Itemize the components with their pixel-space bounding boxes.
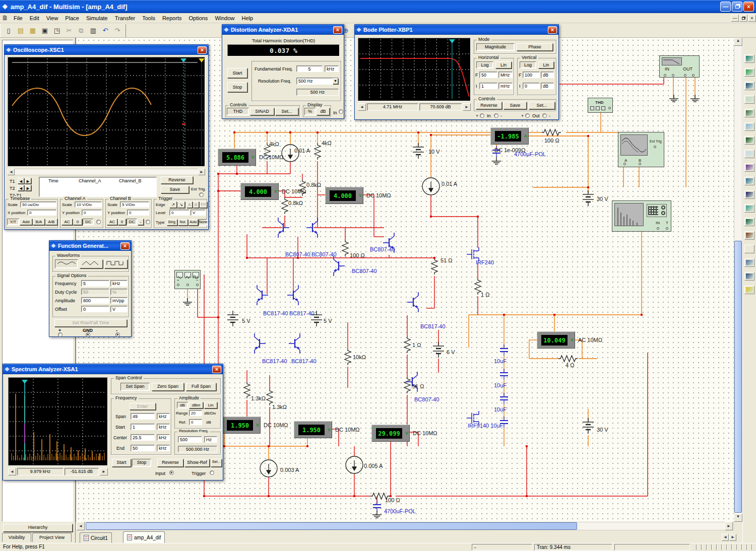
- reverse-button[interactable]: Reverse: [161, 176, 193, 184]
- set-span-button[interactable]: Set Span: [120, 383, 150, 391]
- distortion-analyzer-schematic-icon[interactable]: THD: [588, 98, 613, 113]
- thd-button[interactable]: THD: [227, 108, 249, 115]
- end-field[interactable]: 50: [131, 445, 155, 451]
- cha-radio[interactable]: [96, 220, 101, 224]
- trig-none-button[interactable]: None: [199, 219, 207, 226]
- spec-lin-button[interactable]: Lin: [204, 402, 217, 408]
- menu-simulate[interactable]: Simulate: [83, 14, 111, 22]
- cha-zero-button[interactable]: 0: [73, 219, 82, 225]
- tab-scroll-right[interactable]: ►: [729, 534, 736, 541]
- oscilloscope-tool-icon[interactable]: [744, 95, 754, 104]
- spec-dbm-button[interactable]: dBm: [189, 402, 203, 408]
- trig-a-button[interactable]: A: [186, 201, 193, 208]
- vscroll-thumb[interactable]: [734, 241, 742, 513]
- offset-field[interactable]: 0: [81, 306, 109, 312]
- menu-transfer[interactable]: Transfer: [111, 14, 139, 22]
- sinad-button[interactable]: SINAD: [250, 108, 274, 115]
- menu-window[interactable]: Window: [211, 14, 238, 22]
- oscilloscope-schematic-icon[interactable]: Ext Trig A B: [618, 132, 664, 167]
- menu-file[interactable]: File: [10, 14, 26, 22]
- print-preview-icon[interactable]: ◳: [51, 25, 62, 36]
- function-generator-window[interactable]: ❖ Function Generat... × Waveforms Signal…: [49, 240, 132, 337]
- mdi-restore-button[interactable]: [739, 15, 747, 22]
- chb-scale-field[interactable]: 5 V/Div: [120, 201, 149, 208]
- spec-resolution-field[interactable]: 500: [178, 436, 202, 443]
- rise-fall-button[interactable]: Set Rise/Fall Time: [54, 319, 127, 327]
- network-analyzer-tool-icon[interactable]: [744, 231, 754, 240]
- iv-analyzer-tool-icon[interactable]: [744, 190, 754, 199]
- duty-cycle-field[interactable]: 50: [81, 289, 109, 295]
- trig-level-unit[interactable]: V: [191, 210, 206, 216]
- oscilloscope-titlebar[interactable]: ❖ Oscilloscope-XSC1 ×: [5, 45, 208, 55]
- cha-scale-field[interactable]: 10 V/Div: [75, 201, 102, 208]
- db-button[interactable]: dB: [317, 108, 330, 115]
- tb-ab-button[interactable]: A/B: [45, 219, 57, 225]
- bode-readout-left[interactable]: ◄: [358, 103, 366, 111]
- enter-button[interactable]: Enter: [130, 403, 156, 410]
- cha-dc-button[interactable]: DC: [83, 219, 94, 225]
- document-tab-amp_a4_dif[interactable]: amp_A4_dif: [123, 531, 165, 543]
- menu-edit[interactable]: Edit: [26, 14, 43, 22]
- agilent-oscilloscope-tool-icon[interactable]: [744, 272, 754, 281]
- full-span-button[interactable]: Full Span: [186, 383, 216, 391]
- new-document-icon[interactable]: ▯: [3, 25, 14, 36]
- chb-zero-button[interactable]: 0: [118, 219, 126, 225]
- menu-place[interactable]: Place: [61, 14, 83, 22]
- zero-span-button[interactable]: Zero Span: [152, 383, 184, 391]
- trig-rising-edge-button[interactable]: ↗: [169, 201, 177, 208]
- spectrum-readout-left[interactable]: ◄: [8, 468, 16, 475]
- sine-wave-button[interactable]: [55, 259, 78, 268]
- fg-close-icon[interactable]: ×: [120, 242, 130, 250]
- bode-plotter-tool-icon[interactable]: [744, 122, 754, 131]
- t2-left-button[interactable]: ◄: [18, 185, 24, 191]
- stop-button[interactable]: Stop: [227, 82, 247, 92]
- spectrum-analyzer-schematic-icon[interactable]: IN T: [612, 200, 671, 232]
- save-button[interactable]: Save: [161, 186, 189, 193]
- ref-field[interactable]: 0: [189, 419, 202, 425]
- spectrum-titlebar[interactable]: ❖ Spectrum Analyzer-XSA1 ×: [3, 364, 223, 374]
- osc-scroll-left[interactable]: ◄: [8, 169, 15, 175]
- menu-reports[interactable]: Reports: [159, 14, 185, 22]
- vscroll-up-button[interactable]: ▲: [734, 38, 742, 46]
- spec-stop-button[interactable]: Stop: [132, 459, 151, 467]
- multimeter-tool-icon[interactable]: [744, 54, 754, 63]
- cha-ac-button[interactable]: AC: [61, 219, 73, 225]
- menu-options[interactable]: Options: [185, 14, 211, 22]
- word-generator-tool-icon[interactable]: [744, 150, 754, 158]
- hscroll-right-button[interactable]: ►: [725, 522, 733, 530]
- copy-icon[interactable]: ⧉: [76, 25, 87, 36]
- spec-set-button[interactable]: Set...: [211, 459, 222, 467]
- magnitude-button[interactable]: Magnitude: [476, 43, 515, 51]
- minimize-button[interactable]: —: [720, 2, 731, 12]
- tab-project-view[interactable]: Project View: [32, 533, 72, 542]
- bode-in-plus-radio[interactable]: [480, 113, 484, 118]
- range-field[interactable]: 20: [189, 410, 202, 416]
- tb-scale-field[interactable]: 50 us/Div: [20, 201, 56, 208]
- agilent-function-generator-tool-icon[interactable]: [744, 245, 754, 253]
- fundamental-field[interactable]: 5: [296, 65, 323, 72]
- undo-icon[interactable]: ↶: [100, 25, 111, 36]
- menu-tools[interactable]: Tools: [139, 14, 159, 22]
- cha-y-field[interactable]: 0: [82, 210, 102, 216]
- close-button[interactable]: ×: [743, 2, 754, 12]
- document-tab-circuit1[interactable]: Circuit1: [80, 532, 112, 543]
- triangle-wave-button[interactable]: [80, 259, 103, 268]
- tab-scroll-left[interactable]: ◄: [722, 534, 729, 541]
- h-i-field[interactable]: 1: [479, 83, 497, 89]
- spec-start-button[interactable]: Start: [112, 459, 131, 467]
- redo-icon[interactable]: ↷: [112, 25, 123, 36]
- chb-ac-button[interactable]: AC: [107, 219, 117, 225]
- oscilloscope-hscrollbar[interactable]: [8, 169, 205, 175]
- logic-analyzer-tool-icon[interactable]: [744, 163, 754, 172]
- v-i-field[interactable]: 0: [523, 83, 540, 89]
- set-button[interactable]: Set...: [275, 108, 298, 115]
- agilent-multimeter-tool-icon[interactable]: [744, 258, 754, 267]
- spectrum-analyzer-window[interactable]: ❖ Spectrum Analyzer-XSA1 × ◄ 9.979 kHz -…: [3, 364, 223, 480]
- distortion-close-icon[interactable]: ×: [333, 26, 342, 34]
- ext-trig-radio[interactable]: [199, 192, 204, 197]
- menu-view[interactable]: View: [43, 14, 62, 22]
- hierarchy-button[interactable]: Hierarchy: [3, 524, 73, 532]
- four-channel-oscilloscope-tool-icon[interactable]: [744, 109, 754, 117]
- fg-plus-radio[interactable]: [58, 332, 62, 337]
- distortion-analyzer-tool-icon[interactable]: [744, 204, 754, 213]
